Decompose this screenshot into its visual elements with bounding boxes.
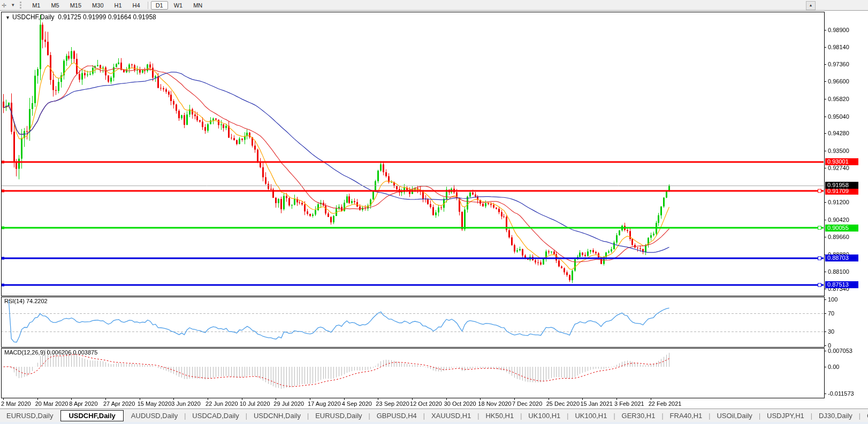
current-price-tag: 0.91958: [825, 182, 858, 189]
date-tick-label: 3 Jun 2020: [171, 400, 200, 407]
tab-dj30-daily[interactable]: DJ30,Daily: [812, 411, 859, 421]
hline-price-tag: 0.87513: [825, 281, 858, 288]
price-tick-label: 0.97360: [828, 61, 849, 67]
tab-eurusd-daily[interactable]: EURUSD,Daily: [0, 411, 59, 421]
date-tick-label: 17 Aug 2020: [308, 400, 341, 407]
hline-price-tag: 0.93001: [825, 158, 858, 165]
tab-audusd-daily[interactable]: AUDUSD,Daily: [125, 411, 184, 421]
chart-tab-bar: EURUSD,DailyUSDCHF,DailyAUDUSD,Daily|USD…: [0, 408, 868, 422]
chevron-down-icon[interactable]: ▼: [8, 3, 18, 7]
macd-tick-label: 0.007053: [828, 348, 852, 354]
timeframe-button-m1[interactable]: M1: [27, 1, 45, 10]
tab-uk100-h1[interactable]: UK100,H1: [522, 411, 567, 421]
price-tick-label: 0.98900: [828, 27, 849, 33]
timeframe-button-h1[interactable]: H1: [110, 1, 127, 10]
date-tick-label: 10 Jul 2020: [240, 400, 270, 407]
chart-canvas[interactable]: [0, 0, 868, 424]
date-tick-label: 15 May 2020: [138, 400, 172, 407]
timeframe-button-h4[interactable]: H4: [128, 1, 145, 10]
toolbar-separator: [148, 2, 148, 9]
timeframe-toolbar: ✛ ▼ M1M5M15M30H1H4D1W1MN ▲: [0, 0, 868, 11]
date-tick-label: 4 Sep 2020: [342, 400, 372, 407]
date-tick-label: 22 Jun 2020: [205, 400, 238, 407]
collapse-triangle-icon[interactable]: ▼: [5, 15, 10, 20]
toolbar-grip[interactable]: [20, 2, 24, 9]
macd-tick-label: -0.011573: [828, 390, 854, 397]
timeframe-button-d1[interactable]: D1: [151, 1, 168, 10]
timeframe-button-m30[interactable]: M30: [87, 1, 108, 10]
date-tick-label: 12 Oct 2020: [410, 400, 442, 407]
toolbar-overflow-icon[interactable]: ▲: [806, 1, 816, 10]
price-tick-label: 0.89660: [828, 234, 849, 240]
date-tick-label: 27 Apr 2020: [103, 400, 135, 407]
price-tick-label: 0.90420: [828, 217, 849, 223]
tab-ger30-h1[interactable]: GER30,H1: [615, 411, 662, 421]
tab-xauusd-h1[interactable]: XAUUSD,H1: [425, 411, 477, 421]
tab-usdcnh-daily[interactable]: USDCNH,Daily: [247, 411, 307, 421]
macd-tick-label: 0.00: [828, 364, 839, 370]
tab-china300-h1[interactable]: CHINA300,H1: [861, 411, 868, 421]
cursor-tool-icon[interactable]: ✛: [0, 1, 8, 10]
timeframe-buttons: M1M5M15M30H1H4D1W1MN: [27, 1, 208, 10]
rsi-tick-label: 70: [828, 310, 834, 317]
hline-price-tag: 0.88703: [825, 255, 858, 261]
price-tick-label: 0.88100: [828, 268, 849, 275]
rsi-tick-label: 30: [828, 328, 834, 335]
macd-indicator-label: MACD(12,26,9) 0.006206 0.003875: [4, 349, 97, 356]
tab-usdjpy-h1[interactable]: USDJPY,H1: [760, 411, 811, 421]
tab-gbpusd-h4[interactable]: GBPUSD,H4: [370, 411, 423, 421]
date-tick-label: 23 Sep 2020: [376, 400, 409, 407]
price-tick-label: 0.94280: [828, 130, 849, 136]
tab-usoil-daily[interactable]: USOil,Daily: [710, 411, 758, 421]
date-tick-label: 3 Feb 2021: [614, 400, 644, 407]
ohlc-values: 0.91725 0.91999 0.91664 0.91958: [58, 13, 156, 21]
price-tick-label: 0.95820: [828, 96, 849, 102]
price-tick-label: 0.98140: [828, 44, 849, 50]
price-tick-label: 0.92740: [828, 165, 849, 171]
status-strip: [0, 422, 868, 424]
chart-title: ▼USDCHF,Daily 0.91725 0.91999 0.91664 0.…: [5, 13, 156, 21]
timeframe-button-w1[interactable]: W1: [169, 1, 188, 10]
date-tick-label: 20 Mar 2020: [35, 400, 68, 407]
tab-usdchf-daily[interactable]: USDCHF,Daily: [60, 410, 123, 421]
rsi-indicator-label: RSI(14) 74.2202: [4, 298, 48, 304]
mt4-window: ✛ ▼ M1M5M15M30H1H4D1W1MN ▲ ▼USDCHF,Daily…: [0, 0, 868, 424]
hline-price-tag: 0.90055: [825, 225, 858, 232]
date-tick-label: 15 Jan 2021: [580, 400, 613, 407]
price-tick-label: 0.93500: [828, 148, 849, 154]
timeframe-button-mn[interactable]: MN: [188, 1, 207, 10]
date-tick-label: 30 Oct 2020: [444, 400, 476, 407]
date-tick-label: 18 Nov 2020: [478, 400, 511, 407]
price-tick-label: 0.95040: [828, 113, 849, 120]
date-tick-label: 7 Dec 2020: [512, 400, 542, 407]
date-tick-label: 29 Jul 2020: [273, 400, 304, 407]
date-tick-label: 2 Mar 2020: [1, 400, 31, 407]
rsi-tick-label: 100: [828, 296, 837, 303]
tab-uk100-h1[interactable]: UK100,H1: [568, 411, 613, 421]
timeframe-button-m15[interactable]: M15: [65, 1, 86, 10]
tab-eurusd-daily[interactable]: EURUSD,Daily: [309, 411, 368, 421]
date-tick-label: 8 Apr 2020: [69, 400, 97, 407]
timeframe-button-m5[interactable]: M5: [46, 1, 64, 10]
date-tick-label: 22 Feb 2021: [649, 400, 682, 407]
tab-fra40-h1[interactable]: FRA40,H1: [664, 411, 709, 421]
tab-usdcad-daily[interactable]: USDCAD,Daily: [186, 411, 245, 421]
symbol-period-label: USDCHF,Daily: [12, 13, 55, 21]
tab-hk50-h1[interactable]: HK50,H1: [479, 411, 520, 421]
date-tick-label: 25 Dec 2020: [546, 400, 580, 407]
price-tick-label: 0.91200: [828, 199, 849, 205]
price-tick-label: 0.96600: [828, 78, 849, 84]
